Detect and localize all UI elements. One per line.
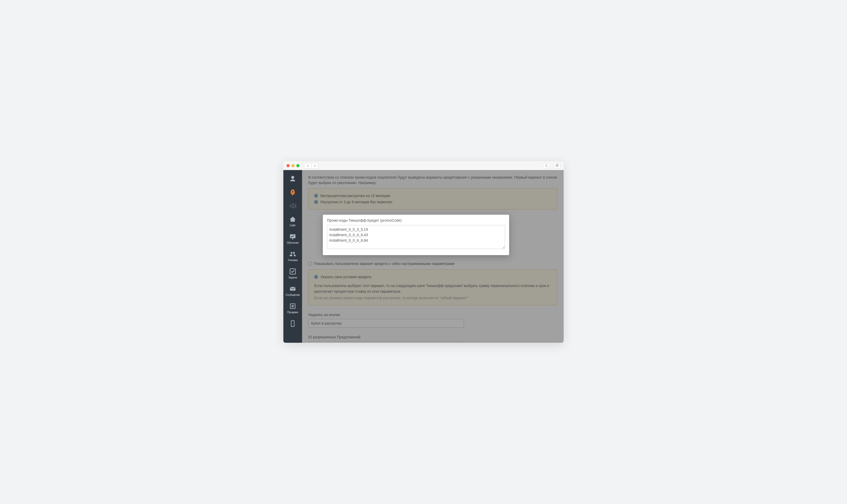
sidebar-item-label: Сообщения [286, 293, 300, 296]
user-icon [289, 175, 296, 182]
option-label: Рассрочка от 3 до 6 месяцев без переплат [321, 200, 393, 204]
sidebar-item-students[interactable]: Ученики [283, 248, 302, 264]
radio-icon [314, 200, 318, 204]
flexible-credit-checkbox-row[interactable]: Показывать пользователю вариант кредита … [308, 262, 557, 266]
maximize-icon[interactable] [296, 164, 299, 167]
sidebar-item-sound[interactable] [283, 200, 302, 212]
sidebar-item-site[interactable]: Сайт [283, 214, 302, 229]
sidebar-item-label: Обучение [287, 241, 299, 244]
intro-text: В соответствии со списком промо-кодов по… [308, 175, 557, 186]
svg-rect-4 [290, 287, 296, 291]
promo-code-textarea[interactable] [327, 225, 505, 249]
flexible-credit-box: Указать свои условия кредита Если пользо… [308, 269, 557, 305]
sidebar-item-messages[interactable]: Сообщения [283, 283, 302, 299]
radio-icon [314, 194, 318, 198]
sidebar-item-profile[interactable] [283, 173, 302, 185]
main: В соответствии со списком промо-кодов по… [302, 170, 564, 343]
back-button[interactable] [305, 163, 311, 168]
sidebar-item-mobile[interactable] [283, 318, 302, 329]
content: В соответствии со списком промо-кодов по… [302, 170, 564, 343]
example-option: Беспроцентная рассрочка на 10 месяцев [314, 193, 551, 199]
tabs-button[interactable] [554, 163, 560, 168]
option-label: Беспроцентная рассрочка на 10 месяцев [321, 194, 390, 198]
svg-rect-8 [291, 321, 294, 326]
app: Сайт Обучение Ученики Задачи Сообщения П… [283, 170, 564, 343]
checkbox-label: Показывать пользователю вариант кредита … [314, 262, 454, 266]
example-option: Рассрочка от 3 до 6 месяцев без переплат [314, 199, 551, 205]
button-label-input[interactable] [308, 319, 464, 328]
sidebar-item-label: Задачи [288, 276, 297, 279]
browser-window: Сайт Обучение Ученики Задачи Сообщения П… [283, 161, 564, 343]
minimize-icon[interactable] [291, 164, 295, 167]
rocket-icon [289, 189, 296, 196]
chart-icon [289, 233, 296, 240]
nav-buttons [304, 163, 318, 168]
svg-rect-1 [556, 164, 558, 166]
radio-icon [314, 275, 318, 279]
sidebar: Сайт Обучение Ученики Задачи Сообщения П… [283, 170, 302, 343]
example-options-box: Беспроцентная рассрочка на 10 месяцев Ра… [308, 188, 557, 210]
sidebar-item-launch[interactable] [283, 187, 302, 198]
allowed-offers-caption: ID разрешенных Предложений [308, 335, 557, 339]
flexible-hint: Если не указаны промо-коды вариантов рас… [314, 295, 551, 301]
promo-code-label: Промо-коды Тинькофф Кредит (promoCode) [327, 218, 505, 222]
option-label: Указать свои условия кредита [321, 275, 371, 279]
sidebar-item-tasks[interactable]: Задачи [283, 266, 302, 281]
svg-rect-0 [556, 165, 558, 166]
titlebar [283, 161, 564, 170]
close-icon[interactable] [287, 164, 290, 167]
sidebar-item-label: Сайт [290, 224, 296, 227]
phone-icon [289, 320, 296, 327]
window-controls [287, 164, 299, 167]
check-icon [289, 268, 296, 275]
svg-rect-2 [290, 234, 296, 238]
mail-icon [289, 285, 296, 292]
button-label-caption: Надпись на кнопке [308, 313, 557, 317]
sidebar-item-label: Ученики [288, 259, 298, 262]
sidebar-item-training[interactable]: Обучение [283, 231, 302, 246]
allowed-offers-input[interactable] [308, 341, 464, 343]
share-button[interactable] [543, 163, 550, 168]
speaker-icon [289, 202, 296, 210]
flexible-description: Если пользователь выберет этот вариант, … [314, 283, 551, 294]
sidebar-item-sales[interactable]: Продажи [283, 301, 302, 316]
sidebar-item-label: Продажи [287, 311, 298, 314]
checkbox-icon[interactable] [308, 262, 312, 266]
flexible-option: Указать свои условия кредита [314, 274, 551, 280]
promo-code-panel: Промо-коды Тинькофф Кредит (promoCode) [323, 215, 509, 255]
forward-button[interactable] [311, 163, 318, 168]
group-icon [289, 250, 296, 258]
svg-point-7 [292, 306, 293, 306]
safe-icon [289, 303, 296, 310]
home-icon [289, 216, 296, 223]
